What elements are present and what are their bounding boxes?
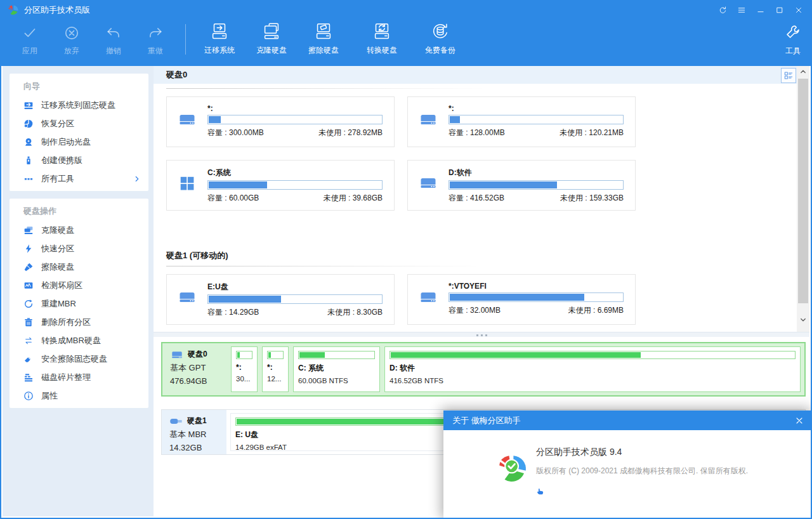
sidebar-item-broom[interactable]: 擦除硬盘 (10, 258, 148, 276)
sync-window-icon[interactable] (717, 4, 728, 16)
window-controls (717, 4, 804, 16)
partition-card[interactable]: *:容量 : 300.00MB未使用 : 278.92MB (166, 96, 395, 147)
unused-text: 未使用 : 6.69MB (568, 305, 624, 316)
drive-icon (178, 111, 196, 128)
clone-disk-icon (261, 21, 282, 43)
sidebar-item-defrag[interactable]: 磁盘碎片整理 (10, 368, 148, 386)
scroll-up-icon[interactable] (797, 66, 809, 77)
dialog-close-icon[interactable] (794, 416, 804, 426)
sidebar-item-boot-disc[interactable]: 制作启动光盘 (10, 133, 148, 151)
undo-icon (105, 25, 122, 41)
sidebar-item-lightning[interactable]: 快速分区 (10, 239, 148, 258)
scroll-down-icon[interactable] (797, 314, 809, 325)
放弃-button[interactable]: 放弃 (51, 23, 93, 56)
usage-bar (207, 115, 383, 124)
partition-cards-grid: *:容量 : 300.00MB未使用 : 278.92MB*:容量 : 128.… (166, 96, 799, 211)
partition-block[interactable]: *:30... (231, 346, 258, 392)
sidebar-item-migrate[interactable]: 迁移系统到固态硬盘 (10, 96, 148, 114)
partition-label: D: 软件 (390, 363, 796, 374)
app-window: 分区助手技术员版 应用放弃撤销重做 迁移系统克隆硬盘擦除硬盘转换硬盘免费备份 工… (0, 0, 812, 519)
partition-block[interactable]: D: 软件416.52GB NTFS (384, 346, 801, 392)
sidebar-item-trash[interactable]: 删除所有分区 (10, 313, 148, 331)
disk-name: 硬盘1 (187, 416, 207, 426)
section-divider (166, 88, 487, 89)
about-dialog-titlebar: 关于 傲梅分区助手 (443, 411, 812, 430)
vertical-scrollbar[interactable] (797, 66, 809, 332)
about-dialog: 关于 傲梅分区助手 分区助手技术员版 9.4 版权所有 (C) 2009-202… (443, 411, 812, 519)
unused-text: 未使用 : 159.33GB (560, 193, 624, 204)
dots-icon (23, 174, 34, 184)
capacity-text: 容量 : 300.00MB (207, 128, 264, 138)
tools-button[interactable]: 工具 (785, 24, 801, 56)
partition-size: 12... (267, 375, 284, 383)
partition-cards-grid: E:U盘容量 : 14.29GB未使用 : 8.30GB*:VTOYEFI容量 … (166, 274, 799, 325)
maximize-window-icon[interactable] (774, 4, 785, 16)
partition-card[interactable]: D:软件容量 : 416.52GB未使用 : 159.33GB (407, 160, 636, 211)
sidebar-item-portable[interactable]: 创建便携版 (10, 151, 148, 169)
partition-card[interactable]: *:VTOYEFI容量 : 32.00MB未使用 : 6.69MB (407, 274, 636, 325)
partition-card[interactable]: *:容量 : 128.00MB未使用 : 120.21MB (407, 96, 636, 147)
disk-partitions: *:30...*:12...C: 系统60.00GB NTFSD: 软件416.… (227, 343, 804, 395)
sidebar-section-0: 向导迁移系统到固态硬盘恢复分区制作启动光盘创建便携版所有工具 (10, 74, 148, 191)
disk-info-block[interactable]: 硬盘0基本 GPT476.94GB (162, 343, 227, 395)
disk-cards-panel: 硬盘0*:容量 : 300.00MB未使用 : 278.92MB*:容量 : 1… (154, 66, 799, 332)
migrate-icon (23, 100, 34, 110)
erase-disk-icon (313, 21, 334, 43)
partition-label: D:软件 (449, 168, 624, 178)
drive-icon (170, 350, 184, 360)
unused-text: 未使用 : 39.68GB (324, 193, 383, 204)
clone-disk-button[interactable]: 克隆硬盘 (246, 21, 298, 56)
sidebar-item-clone[interactable]: 克隆硬盘 (10, 221, 148, 239)
sidebar-item-eraser[interactable]: 安全擦除固态硬盘 (10, 350, 148, 368)
backup-icon (429, 21, 451, 43)
sidebar-item-convert[interactable]: 转换成MBR硬盘 (10, 331, 148, 350)
backup-button[interactable]: 免费备份 (414, 21, 466, 56)
partition-size: 416.52GB NTFS (390, 377, 796, 384)
disk-type: 基本 GPT (170, 362, 227, 374)
close-window-icon[interactable] (793, 4, 804, 16)
partition-card[interactable]: C:系统容量 : 60.00GB未使用 : 39.68GB (166, 160, 395, 211)
partition-label: *: (267, 363, 284, 372)
redo-icon (147, 25, 164, 41)
unused-text: 未使用 : 8.30GB (327, 307, 383, 318)
menu-window-icon[interactable] (736, 4, 747, 16)
sidebar-section-1: 硬盘操作克隆硬盘快速分区擦除硬盘检测坏扇区重建MBR删除所有分区转换成MBR硬盘… (10, 199, 148, 408)
重做-button[interactable]: 重做 (134, 23, 176, 56)
bad-sector-icon (23, 280, 34, 291)
trash-icon (23, 317, 34, 327)
scrollbar-thumb[interactable] (798, 79, 808, 303)
sidebar-item-bad-sector[interactable]: 检测坏扇区 (10, 276, 148, 294)
migrate-disk-button[interactable]: 迁移系统 (193, 21, 246, 56)
disk-info-block[interactable]: 硬盘1基本 MBR14.32GB (162, 410, 226, 454)
view-toggle-button[interactable] (781, 68, 796, 83)
erase-disk-button[interactable]: 擦除硬盘 (298, 21, 350, 56)
usage-bar (390, 351, 796, 359)
partition-label: *:VTOYEFI (449, 282, 624, 291)
sidebar-item-dots[interactable]: 所有工具 (10, 169, 148, 188)
app-logo-icon (8, 4, 19, 16)
section-divider (166, 266, 487, 266)
partition-label: C: 系统 (298, 363, 375, 374)
partition-card[interactable]: E:U盘容量 : 14.29GB未使用 : 8.30GB (166, 274, 395, 325)
sidebar-item-recover-pie[interactable]: 恢复分区 (10, 114, 148, 133)
minimize-window-icon[interactable] (755, 4, 766, 16)
wrench-icon (785, 24, 801, 39)
sidebar-item-info[interactable]: 属性 (10, 386, 148, 405)
disk-row-硬盘0[interactable]: 硬盘0基本 GPT476.94GB*:30...*:12...C: 系统60.0… (161, 342, 806, 397)
partition-label: C:系统 (207, 168, 383, 178)
sidebar-item-rebuild[interactable]: 重建MBR (10, 294, 148, 313)
partition-label: *: (449, 104, 624, 113)
撤销-button[interactable]: 撤销 (93, 23, 134, 56)
windows-logo-icon (178, 174, 196, 191)
clone-icon (23, 225, 34, 235)
应用-button[interactable]: 应用 (9, 23, 51, 56)
convert-disk-button[interactable]: 转换硬盘 (356, 21, 408, 56)
capacity-text: 容量 : 60.00GB (207, 193, 259, 204)
disk-name: 硬盘0 (188, 349, 207, 360)
partition-block[interactable]: *:12... (262, 346, 289, 392)
usage-bar (207, 180, 383, 190)
partition-block[interactable]: C: 系统60.00GB NTFS (293, 346, 380, 392)
hand-icon (536, 486, 546, 496)
disk-section-header: 硬盘0 (154, 66, 799, 84)
usb-drive-icon (169, 416, 183, 426)
